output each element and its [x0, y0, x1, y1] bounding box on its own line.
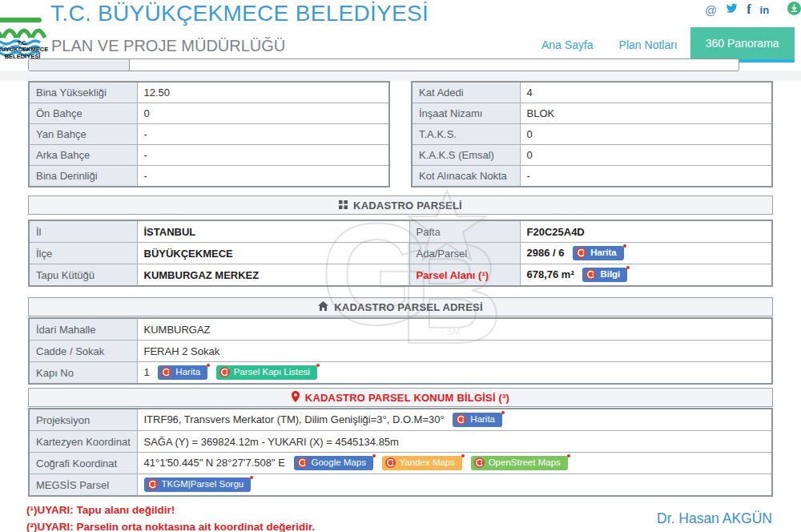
- social-links: @ f in: [705, 2, 801, 17]
- nav-ana-sayfa[interactable]: Ana Sayfa: [529, 27, 606, 62]
- table-row: Cadde / Sokak FERAH 2 Sokak: [29, 341, 772, 362]
- logo-caption: T.C. BÜYÜKÇEKMECE BELEDİYESİ: [0, 40, 48, 60]
- table-row: Kat Adedi4: [412, 82, 772, 103]
- cadastre-table: İl İSTANBUL Pafta F20C25A4D İlçe BÜYÜKÇE…: [28, 220, 773, 287]
- nav-plan-notlari[interactable]: Plan Notları: [606, 27, 690, 62]
- parsel-alani-label: Parsel Alanı (¹): [409, 264, 520, 287]
- location-pin-icon: [292, 391, 300, 405]
- section-header-parsel-adresi: KADASTRO PARSEL ADRESİ: [28, 297, 773, 316]
- table-row: Kartezyen Koordinat SAĞA (Y) = 369824.12…: [29, 431, 772, 453]
- table-row: Bina Derinliği-: [29, 166, 389, 187]
- parsel-kapi-listesi-button[interactable]: Parsel Kapı Listesi: [216, 365, 317, 381]
- twitter-icon[interactable]: [726, 2, 738, 17]
- projection-value: ITRF96, Transvers Merkator (TM), Dilim G…: [144, 413, 445, 425]
- tkgm-parsel-sorgu-button[interactable]: TKGM|Parsel Sorgu: [144, 478, 252, 493]
- parsel-alani-value: 678,76 m²: [527, 268, 574, 280]
- zoning-table-left: Bina Yüksekliği12.50 Ön Bahçe0 Yan Bahçe…: [28, 81, 390, 187]
- signature: Dr. Hasan AKGÜN: [657, 510, 772, 527]
- table-row: K.A.K.S (Emsal)0: [412, 145, 772, 166]
- table-row: Kot Alınacak Nokta-: [412, 166, 772, 187]
- harita-button[interactable]: Harita: [158, 365, 207, 381]
- main-nav: Ana Sayfa Plan Notları 360 Panorama Yazd…: [529, 27, 801, 62]
- table-row: Kapı No 1 Harita Parsel Kapı Listesi: [29, 362, 772, 385]
- table-row: Arka Bahçe-: [29, 145, 389, 166]
- linkedin-icon[interactable]: in: [760, 5, 770, 15]
- address-table: İdari Mahalle KUMBURGAZ Cadde / Sokak FE…: [28, 317, 773, 385]
- yandex-maps-button[interactable]: Yandex Maps: [382, 456, 462, 471]
- download-icon[interactable]: [787, 2, 801, 18]
- facebook-icon[interactable]: f: [747, 3, 751, 16]
- openstreet-maps-button[interactable]: OpenStreet Maps: [471, 456, 568, 471]
- table-row: Projeksiyon ITRF96, Transvers Merkator (…: [29, 409, 772, 431]
- table-row: Tapu Kütüğü KUMBURGAZ MERKEZ Parsel Alan…: [29, 264, 772, 287]
- warning-1: (¹)UYARI: Tapu alanı değildir!: [26, 504, 175, 516]
- geo-coordinate-value: 41°1'50.445" N 28°27'7.508" E: [144, 456, 285, 468]
- header-divider-strip: [0, 71, 801, 81]
- table-row: İlçe BÜYÜKÇEKMECE Ada/Parsel 2986 / 6 Ha…: [29, 243, 772, 264]
- table-row: İnşaat NizamıBLOK: [412, 103, 772, 124]
- table-row: Bina Yüksekliği12.50: [29, 82, 389, 103]
- table-row: İdari Mahalle KUMBURGAZ: [29, 318, 772, 341]
- cutoff-table-fragment: [28, 58, 739, 71]
- grid-icon: [339, 200, 348, 212]
- table-row: Yan Bahçe-: [29, 124, 389, 145]
- section-header-kadastro-parseli: KADASTRO PARSELİ: [28, 195, 773, 215]
- table-row: T.A.K.S.0: [412, 124, 772, 145]
- google-maps-button[interactable]: Google Maps: [294, 456, 373, 471]
- nav-yazdir[interactable]: Yazdır: [795, 27, 801, 62]
- kapi-no-value: 1: [144, 365, 150, 377]
- bilgi-button[interactable]: Bilgi: [582, 268, 627, 283]
- page-title: T.C. BÜYÜKÇEKMECE BELEDİYESİ: [50, 1, 429, 26]
- warning-2: (²)UYARI: Parselin orta noktasına ait ko…: [26, 521, 315, 532]
- harita-button[interactable]: Harita: [453, 413, 502, 428]
- zoning-table-right: Kat Adedi4 İnşaat NizamıBLOK T.A.K.S.0 K…: [411, 81, 773, 187]
- ada-parsel-value: 2986 / 6: [527, 246, 565, 258]
- page-subtitle: PLAN VE PROJE MÜDÜRLÜĞÜ: [51, 37, 285, 55]
- home-icon: [318, 301, 328, 313]
- table-row: İl İSTANBUL Pafta F20C25A4D: [29, 220, 772, 243]
- table-row: Ön Bahçe0: [29, 103, 389, 124]
- email-at-icon[interactable]: @: [705, 4, 717, 16]
- table-row: MEGSİS Parsel TKGM|Parsel Sorgu: [29, 474, 772, 497]
- harita-button[interactable]: Harita: [573, 246, 624, 261]
- location-table: Projeksiyon ITRF96, Transvers Merkator (…: [28, 408, 773, 497]
- section-header-konum-bilgisi: KADASTRO PARSEL KONUM BİLGİSİ (³): [28, 388, 773, 407]
- table-row: Coğrafi Koordinat 41°1'50.445" N 28°27'7…: [29, 453, 772, 474]
- nav-360-panorama[interactable]: 360 Panorama: [690, 27, 795, 62]
